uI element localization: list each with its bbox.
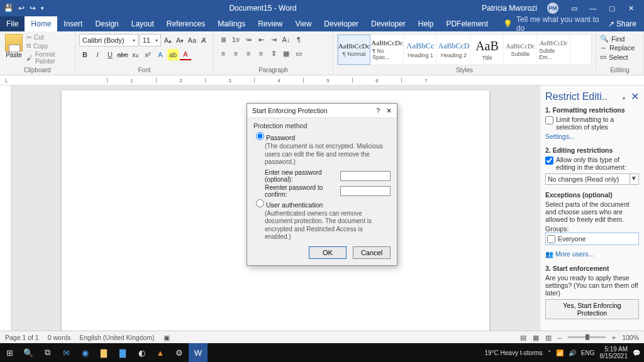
- web-layout-icon[interactable]: ▥: [545, 334, 552, 341]
- font-name-combo[interactable]: Calibri (Body)▾: [79, 34, 138, 47]
- tray-wifi-icon[interactable]: 📶: [556, 349, 564, 356]
- shading-icon[interactable]: ▦: [280, 48, 292, 59]
- show-marks-icon[interactable]: ¶: [293, 34, 304, 45]
- cancel-button[interactable]: Cancel: [353, 246, 391, 259]
- taskbar-app-vlc-icon[interactable]: ▲: [151, 343, 170, 362]
- tab-pdfelement[interactable]: PDFelement: [440, 16, 494, 31]
- tab-review[interactable]: Review: [252, 16, 289, 31]
- taskbar-app-settings-icon[interactable]: ⚙: [170, 343, 189, 362]
- line-spacing-icon[interactable]: ⇕: [268, 48, 279, 59]
- find-button[interactable]: 🔍 Find: [600, 34, 640, 43]
- taskbar-app-edge-icon[interactable]: ◉: [75, 343, 94, 362]
- justify-icon[interactable]: ≡: [255, 48, 267, 59]
- styles-gallery[interactable]: AaBbCcDc¶ NormalAaBbCcDc¶ No Spac...AaBb…: [337, 34, 592, 65]
- confirm-password-input[interactable]: [340, 186, 391, 196]
- word-count[interactable]: 0 words: [48, 334, 71, 341]
- print-layout-icon[interactable]: ▦: [533, 334, 539, 341]
- zoom-out-icon[interactable]: –: [558, 334, 562, 341]
- style---no-spac---[interactable]: AaBbCcDc¶ No Spac...: [371, 35, 404, 65]
- highlight-icon[interactable]: ab: [167, 49, 179, 60]
- style---normal[interactable]: AaBbCcDc¶ Normal: [338, 35, 370, 65]
- page-indicator[interactable]: Page 1 of 1: [5, 334, 39, 341]
- cut-button[interactable]: ✂ Cut: [26, 34, 71, 41]
- language-indicator[interactable]: English (United Kingdom): [79, 334, 154, 341]
- font-color-icon[interactable]: A: [180, 49, 191, 60]
- zoom-slider[interactable]: [568, 336, 606, 338]
- style-heading-1[interactable]: AaBbCcHeading 1: [404, 35, 437, 65]
- align-left-icon[interactable]: ≡: [218, 48, 229, 59]
- dialog-close-icon[interactable]: ✕: [386, 107, 392, 114]
- style-subtitle[interactable]: AaBbCcDcSubtitle: [504, 35, 537, 65]
- borders-icon[interactable]: ▭: [293, 48, 304, 59]
- tab-view[interactable]: View: [289, 16, 318, 31]
- tab-layout[interactable]: Layout: [125, 16, 160, 31]
- clear-format-icon[interactable]: A̸: [199, 35, 209, 46]
- style-title[interactable]: AaBTitle: [471, 35, 504, 65]
- user-name[interactable]: Patricia Mworozi: [482, 4, 537, 13]
- tell-me[interactable]: 💡Tell me what you want to do: [494, 16, 601, 31]
- redo-icon[interactable]: ↪: [30, 4, 36, 13]
- copy-button[interactable]: ⧉ Copy: [26, 42, 71, 50]
- groups-box[interactable]: Everyone: [545, 233, 639, 245]
- formatting-settings-link[interactable]: Settings...: [545, 133, 639, 140]
- zoom-in-icon[interactable]: +: [612, 334, 616, 341]
- close-icon[interactable]: ✕: [621, 4, 640, 13]
- tab-design[interactable]: Design: [89, 16, 125, 31]
- inc-indent-icon[interactable]: ⇥: [268, 34, 279, 45]
- grow-font-icon[interactable]: A▴: [162, 35, 173, 46]
- task-view-icon[interactable]: ⧉: [38, 343, 57, 362]
- start-icon[interactable]: ⊞: [0, 343, 19, 362]
- tab-home[interactable]: Home: [25, 16, 57, 31]
- vertical-ruler[interactable]: [0, 85, 11, 339]
- panel-close-icon[interactable]: ✕: [631, 91, 639, 102]
- macro-recorder-icon[interactable]: ▣: [164, 334, 170, 341]
- numbering-icon[interactable]: 1≡: [230, 34, 242, 45]
- panel-options-icon[interactable]: ▾: [623, 96, 625, 101]
- sort-icon[interactable]: A↓: [280, 34, 292, 45]
- taskbar-app-explorer-icon[interactable]: ▇: [94, 343, 113, 362]
- search-icon[interactable]: 🔍: [19, 343, 38, 362]
- chevron-down-icon[interactable]: ▾: [630, 173, 639, 185]
- maximize-icon[interactable]: ▢: [602, 4, 621, 13]
- strike-button[interactable]: abc: [117, 49, 128, 60]
- font-size-combo[interactable]: 11▾: [140, 34, 162, 47]
- tray-volume-icon[interactable]: 🔊: [569, 349, 576, 356]
- italic-button[interactable]: I: [92, 49, 103, 60]
- ribbon-options-icon[interactable]: ▭: [565, 4, 584, 13]
- tab-insert[interactable]: Insert: [57, 16, 89, 31]
- bullets-icon[interactable]: ≣: [218, 34, 229, 45]
- share-button[interactable]: ↗ Share: [601, 16, 644, 31]
- underline-button[interactable]: U: [104, 49, 116, 60]
- taskbar-app-chrome-icon[interactable]: ◐: [132, 343, 151, 362]
- change-case-icon[interactable]: Aa: [187, 35, 197, 46]
- tab-help[interactable]: Help: [412, 16, 440, 31]
- notifications-icon[interactable]: 💬: [633, 349, 640, 356]
- tray-language[interactable]: ENG: [581, 349, 595, 356]
- dialog-help-icon[interactable]: ?: [376, 107, 380, 114]
- userauth-radio[interactable]: User authentication: [256, 199, 391, 209]
- tab-file[interactable]: File: [0, 16, 25, 31]
- shrink-font-icon[interactable]: A▾: [175, 35, 186, 46]
- tab-developer-2[interactable]: Developer: [365, 16, 412, 31]
- start-enforcing-button[interactable]: Yes, Start Enforcing Protection: [545, 299, 639, 319]
- minimize-icon[interactable]: —: [584, 4, 602, 12]
- align-center-icon[interactable]: ≡: [230, 48, 242, 59]
- subscript-button[interactable]: x₂: [130, 49, 141, 60]
- format-painter-button[interactable]: 🖌 Format Painter: [26, 51, 71, 65]
- ok-button[interactable]: OK: [309, 246, 347, 259]
- allow-editing-checkbox[interactable]: Allow only this type of editing in the d…: [545, 156, 639, 171]
- tab-mailings[interactable]: Mailings: [211, 16, 252, 31]
- paste-button[interactable]: Paste: [4, 34, 24, 65]
- new-password-input[interactable]: [340, 171, 391, 181]
- more-users-link[interactable]: 👥 More users...: [545, 250, 639, 258]
- horizontal-ruler[interactable]: L 1234567: [0, 75, 644, 85]
- save-icon[interactable]: 💾: [4, 4, 13, 13]
- taskbar-app-store-icon[interactable]: ▇: [113, 343, 132, 362]
- password-radio[interactable]: Password: [256, 132, 391, 141]
- zoom-value[interactable]: 100%: [622, 334, 639, 341]
- dec-indent-icon[interactable]: ⇤: [255, 34, 267, 45]
- style-subtle-em---[interactable]: AaBbCcDcSubtle Em...: [538, 35, 570, 65]
- tray-chevron-icon[interactable]: ˄: [548, 349, 551, 356]
- limit-formatting-checkbox[interactable]: Limit formatting to a selection of style…: [545, 116, 639, 131]
- tab-references[interactable]: References: [160, 16, 211, 31]
